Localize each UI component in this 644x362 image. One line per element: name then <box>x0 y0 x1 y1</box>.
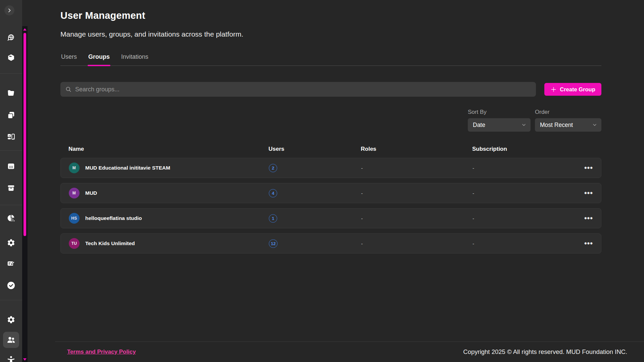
scroll-down-arrow-icon[interactable] <box>23 358 27 361</box>
chevron-down-icon <box>592 122 597 128</box>
roles-value: - <box>361 165 473 171</box>
avatar-initials: HS <box>71 216 77 221</box>
sort-by-value: Date <box>473 122 485 129</box>
sidebar-item-check-circle[interactable] <box>0 276 22 295</box>
order-select[interactable]: Most Recent <box>535 118 601 132</box>
search-icon <box>65 86 72 93</box>
users-icon <box>6 335 16 345</box>
more-icon: ••• <box>584 164 593 172</box>
avatar-initials: TU <box>71 241 77 246</box>
more-icon: ••• <box>584 214 593 222</box>
row-menu-button[interactable]: ••• <box>577 215 593 222</box>
archive-box-icon <box>7 184 15 192</box>
group-avatar: HS <box>69 213 80 224</box>
copy-pages-icon <box>7 111 15 120</box>
sidebar-item-media-layout[interactable] <box>0 127 22 146</box>
terms-privacy-link[interactable]: Terms and Privacy Policy <box>67 349 136 355</box>
table-row[interactable]: HS helloqueeflatina studio 1 - - ••• <box>60 208 601 228</box>
sidebar-toggle-button[interactable] <box>4 5 14 15</box>
sidebar-item-calendar[interactable] <box>0 157 22 176</box>
sidebar-item-gear[interactable] <box>0 233 22 252</box>
sidebar-item-image-cube[interactable] <box>0 48 22 67</box>
image-cube-icon <box>7 53 15 62</box>
sidebar-item-pie-chart[interactable] <box>0 209 22 228</box>
gear-icon <box>7 315 15 324</box>
group-avatar: TU <box>69 238 80 249</box>
chevron-down-icon <box>521 122 527 128</box>
subscription-value: - <box>473 216 577 221</box>
table-header: Name Users Roles Subscription <box>60 146 601 158</box>
table-row[interactable]: M MUD Educational inititavie STEAM 2 - -… <box>60 158 601 178</box>
tab-invitations[interactable]: Invitations <box>120 53 149 65</box>
group-avatar: M <box>69 163 80 173</box>
toolbar: Create Group <box>60 82 601 97</box>
search-box <box>60 82 536 97</box>
group-avatar: M <box>69 188 80 198</box>
sidebar-divider <box>0 150 22 151</box>
sidebar-divider <box>0 205 22 205</box>
more-icon: ••• <box>584 189 593 197</box>
row-menu-button[interactable]: ••• <box>577 189 593 197</box>
group-name: helloqueeflatina studio <box>85 215 142 221</box>
tab-groups[interactable]: Groups <box>88 53 110 65</box>
roles-value: - <box>361 190 473 196</box>
avatar-initials: M <box>72 191 76 195</box>
column-header-roles: Roles <box>361 146 472 152</box>
avatar-initials: M <box>72 166 76 170</box>
table-row[interactable]: M MUD 4 - - ••• <box>60 183 601 203</box>
sort-by-label: Sort By <box>468 109 531 116</box>
sidebar-item-globe-search[interactable] <box>0 28 22 47</box>
app-sidebar <box>0 0 22 362</box>
calendar-icon <box>7 162 15 171</box>
globe-search-icon <box>7 33 15 42</box>
row-menu-button[interactable]: ••• <box>577 164 593 172</box>
search-input[interactable] <box>75 86 531 93</box>
column-header-users: Users <box>268 146 361 152</box>
sidebar-item-users[interactable] <box>0 330 22 349</box>
page-title: User Management <box>60 0 601 21</box>
sort-by-select[interactable]: Date <box>468 118 531 132</box>
row-menu-button[interactable]: ••• <box>577 240 593 247</box>
footer: Terms and Privacy Policy Copyright 2025 … <box>55 342 644 362</box>
sidebar-item-copy-pages[interactable] <box>0 106 22 125</box>
contact-edit-icon <box>7 259 15 268</box>
page-subtitle: Manage users, groups, and invitations ac… <box>60 30 601 38</box>
sidebar-divider <box>0 300 22 300</box>
roles-value: - <box>361 216 473 221</box>
sidebar-item-accessibility[interactable] <box>0 351 22 362</box>
group-table-body: M MUD Educational inititavie STEAM 2 - -… <box>60 158 601 254</box>
tab-users[interactable]: Users <box>60 53 78 65</box>
users-count-badge: 1 <box>269 214 277 223</box>
sidebar-item-gear[interactable] <box>0 310 22 329</box>
sidebar-item-folder[interactable] <box>0 84 22 102</box>
users-count-badge: 2 <box>269 164 277 172</box>
group-name: Tech Kids Unlimited <box>85 240 135 246</box>
create-group-button[interactable]: Create Group <box>544 83 601 96</box>
subscription-value: - <box>473 190 577 196</box>
chevron-right-icon <box>7 8 12 13</box>
tab-bar: UsersGroupsInvitations <box>60 53 601 66</box>
main-content: User Management Manage users, groups, an… <box>28 0 644 362</box>
media-layout-icon <box>7 132 15 141</box>
sidebar-divider <box>0 73 22 74</box>
pie-chart-icon <box>7 214 15 223</box>
sidebar-item-contact-edit[interactable] <box>0 254 22 273</box>
folder-icon <box>7 89 15 97</box>
filters: Sort By Date Order Most Recent <box>60 109 601 132</box>
group-name: MUD <box>85 190 97 196</box>
subscription-value: - <box>473 165 577 171</box>
plus-icon <box>550 86 557 93</box>
vertical-scrollbar <box>22 26 28 362</box>
table-row[interactable]: TU Tech Kids Unlimited 12 - - ••• <box>60 233 601 254</box>
roles-value: - <box>361 241 473 246</box>
scrollbar-thumb[interactable] <box>23 33 26 236</box>
check-circle-icon <box>6 281 16 290</box>
more-icon: ••• <box>584 239 593 247</box>
column-header-subscription: Subscription <box>472 146 577 152</box>
scroll-up-arrow-icon[interactable] <box>23 28 27 31</box>
sidebar-item-archive-box[interactable] <box>0 179 22 197</box>
column-header-name: Name <box>68 146 268 152</box>
gear-icon <box>7 238 15 247</box>
copyright-text: Copyright 2025 © All rights reserved. MU… <box>463 348 627 356</box>
create-group-label: Create Group <box>560 86 595 93</box>
